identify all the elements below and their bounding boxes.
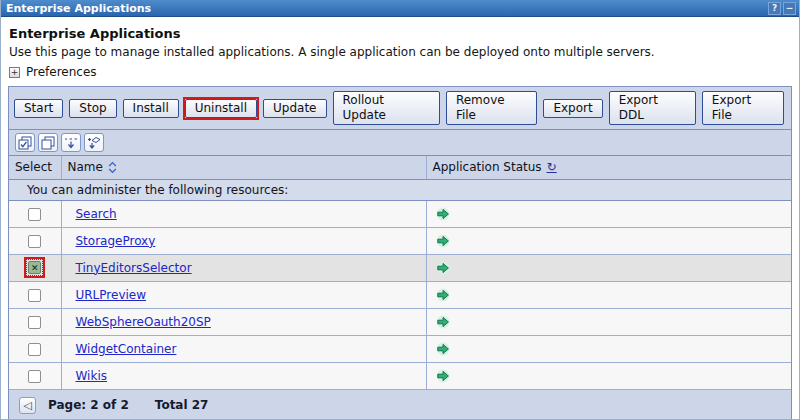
remove-file-button[interactable]: Remove File	[444, 89, 539, 127]
button-label[interactable]: Start	[14, 99, 63, 118]
status-cell	[426, 227, 791, 254]
name-cell: URLPreview	[61, 281, 426, 308]
window-title: Enterprise Applications	[6, 2, 151, 15]
applications-panel: StartStopInstallUninstallUpdateRollout U…	[8, 86, 792, 420]
export-file-button[interactable]: Export File	[700, 89, 786, 127]
name-cell: Wikis	[61, 362, 426, 389]
application-started-icon	[436, 369, 450, 383]
name-cell: StorageProxy	[61, 227, 426, 254]
stop-button[interactable]: Stop	[67, 97, 118, 120]
export-button[interactable]: Export	[541, 97, 604, 120]
application-link[interactable]: Search	[76, 207, 117, 221]
status-cell	[426, 281, 791, 308]
deselect-all-icon[interactable]	[38, 133, 58, 152]
window-titlebar: Enterprise Applications ? −	[1, 0, 799, 17]
button-label[interactable]: Rollout Update	[333, 91, 440, 125]
preferences-toggle[interactable]: + Preferences	[9, 65, 799, 79]
application-started-icon	[436, 315, 450, 329]
page-description: Use this page to manage installed applic…	[9, 45, 799, 59]
column-header-name: Name	[61, 156, 426, 179]
table-row: Wikis	[9, 362, 791, 389]
application-started-icon	[436, 207, 450, 221]
select-cell	[9, 308, 61, 335]
table-row: StorageProxy	[9, 227, 791, 254]
total-count: Total 27	[155, 398, 209, 412]
help-button[interactable]: ?	[768, 2, 781, 15]
update-button[interactable]: Update	[261, 97, 328, 120]
application-started-icon	[436, 261, 450, 275]
action-toolbar: StartStopInstallUninstallUpdateRollout U…	[9, 87, 791, 130]
row-checkbox[interactable]	[28, 235, 41, 248]
name-cell: WebSphereOauth20SP	[61, 308, 426, 335]
uninstall-button[interactable]: Uninstall	[183, 97, 259, 120]
select-cell	[9, 200, 61, 227]
select-cell	[9, 281, 61, 308]
application-link[interactable]: WidgetContainer	[76, 342, 177, 356]
name-cell: WidgetContainer	[61, 335, 426, 362]
button-label[interactable]: Uninstall	[185, 99, 257, 118]
status-cell	[426, 254, 791, 281]
preferences-label: Preferences	[26, 65, 97, 79]
status-cell	[426, 200, 791, 227]
minimize-button[interactable]: −	[783, 2, 796, 15]
button-label[interactable]: Stop	[69, 99, 116, 118]
status-cell	[426, 362, 791, 389]
status-cell	[426, 335, 791, 362]
application-link[interactable]: TinyEditorsSelector	[76, 261, 192, 275]
enterprise-applications-window: Enterprise Applications ? − Enterprise A…	[0, 0, 800, 420]
row-checkbox[interactable]	[28, 370, 41, 383]
table-row: WidgetContainer	[9, 335, 791, 362]
application-link[interactable]: Wikis	[76, 369, 107, 383]
show-filter-icon[interactable]	[61, 133, 81, 152]
select-cell	[9, 362, 61, 389]
column-header-application-status: Application Status ↻	[426, 156, 791, 179]
refresh-status-icon[interactable]: ↻	[547, 160, 557, 174]
button-label[interactable]: Update	[263, 99, 326, 118]
start-button[interactable]: Start	[12, 97, 65, 120]
button-label[interactable]: Install	[123, 99, 179, 118]
applications-table: Select Name	[9, 156, 791, 390]
previous-page-button[interactable]: ◁	[19, 397, 36, 414]
button-label[interactable]: Export	[543, 99, 602, 118]
page-indicator: Page: 2 of 2	[48, 398, 129, 412]
button-label[interactable]: Remove File	[446, 91, 537, 125]
table-row: WebSphereOauth20SP	[9, 308, 791, 335]
row-checkbox[interactable]	[28, 208, 41, 221]
checkbox-focus-outline	[26, 259, 43, 276]
install-button[interactable]: Install	[121, 97, 181, 120]
application-started-icon	[436, 288, 450, 302]
name-cell: TinyEditorsSelector	[61, 254, 426, 281]
export-ddl-button[interactable]: Export DDL	[607, 89, 698, 127]
application-started-icon	[436, 342, 450, 356]
table-info-row: You can administer the following resourc…	[9, 179, 791, 200]
info-row-text: You can administer the following resourc…	[9, 179, 791, 200]
table-row: TinyEditorsSelector	[9, 254, 791, 281]
hide-filter-icon[interactable]	[84, 133, 104, 152]
application-link[interactable]: StorageProxy	[76, 234, 156, 248]
row-checkbox[interactable]	[28, 289, 41, 302]
row-checkbox[interactable]	[28, 343, 41, 356]
status-cell	[426, 308, 791, 335]
red-highlight-box	[24, 257, 45, 278]
select-cell	[9, 254, 61, 281]
page-title: Enterprise Applications	[9, 26, 799, 41]
application-link[interactable]: WebSphereOauth20SP	[76, 315, 211, 329]
button-label[interactable]: Export File	[702, 91, 784, 125]
application-link[interactable]: URLPreview	[76, 288, 147, 302]
select-cell	[9, 227, 61, 254]
name-cell: Search	[61, 200, 426, 227]
column-header-select: Select	[9, 156, 61, 179]
table-row: URLPreview	[9, 281, 791, 308]
sort-both-icon[interactable]	[108, 161, 117, 174]
select-cell	[9, 335, 61, 362]
application-started-icon	[436, 234, 450, 248]
expand-plus-icon[interactable]: +	[9, 67, 20, 78]
select-all-icon[interactable]	[15, 133, 35, 152]
button-label[interactable]: Export DDL	[609, 91, 696, 125]
rollout-update-button[interactable]: Rollout Update	[331, 89, 442, 127]
row-checkbox[interactable]	[28, 316, 41, 329]
selection-toolbar	[9, 130, 791, 156]
pagination-footer: ◁ Page: 2 of 2 Total 27	[9, 390, 791, 420]
table-row: Search	[9, 200, 791, 227]
row-checkbox[interactable]	[28, 261, 41, 274]
